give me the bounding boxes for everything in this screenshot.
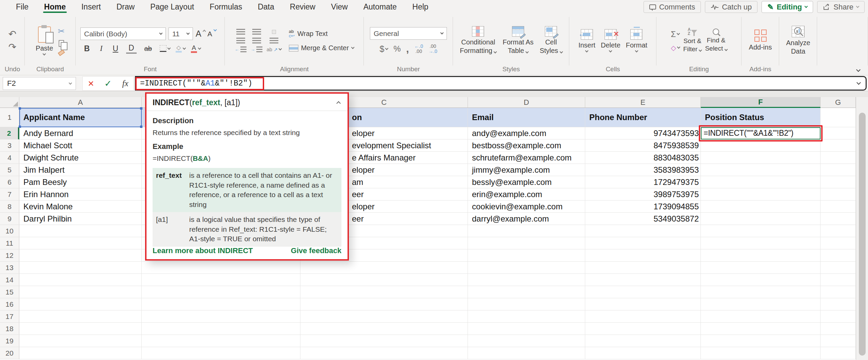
tab-home[interactable]: Home [36,0,74,14]
sort-filter-button[interactable]: AZ Sort &Filter [683,28,702,53]
cell-D10[interactable] [468,225,585,237]
comma-style-button[interactable]: , [406,46,409,52]
cell-C16[interactable] [300,298,468,310]
format-as-table-button[interactable]: Format AsTable [502,26,533,55]
cell-A20[interactable] [19,347,142,359]
scrollbar-thumb[interactable] [859,113,866,356]
cell-D3[interactable]: bestboss@example.com [468,139,585,152]
cell-F19[interactable] [701,335,821,347]
insert-function-button[interactable]: fx [122,79,129,88]
cell-E14[interactable] [585,274,701,286]
cell-G12[interactable] [821,249,856,262]
copy-button[interactable] [59,40,64,47]
column-header-D[interactable]: D [468,97,585,108]
cell-B15[interactable] [142,286,300,298]
increase-indent-button[interactable]: → [251,46,262,52]
borders-button[interactable] [160,45,170,52]
cell-D15[interactable] [468,286,585,298]
cell-G19[interactable] [821,335,856,347]
cell-A16[interactable] [19,298,142,310]
cell-A10[interactable] [19,225,142,237]
font-name-select[interactable]: Calibri (Body) [80,27,166,40]
cell-F10[interactable] [701,225,821,237]
clear-button[interactable]: ◇ [671,44,680,52]
cell-C19[interactable] [300,335,468,347]
cell-G6[interactable] [821,176,856,188]
decrease-indent-button[interactable]: ← [235,46,246,52]
cell-F17[interactable] [701,310,821,323]
cell-E5[interactable]: 3583983953 [585,164,701,176]
cell-D5[interactable]: jimmy@example.com [468,164,585,176]
cell-D13[interactable] [468,262,585,274]
cell-F15[interactable] [701,286,821,298]
conditional-formatting-button[interactable]: ConditionalFormatting [460,26,496,55]
align-left-button[interactable] [236,38,245,43]
give-feedback-link[interactable]: Give feedback [291,246,341,255]
cell-B13[interactable] [142,262,300,274]
cell-E3[interactable]: 8475938539 [585,139,701,152]
cell-F5[interactable] [701,164,821,176]
strikethrough-button[interactable]: ab [142,45,154,53]
row-header-6[interactable]: 6 [0,176,19,188]
find-select-button[interactable]: Find &Select [705,29,727,53]
cell-A7[interactable]: Erin Hannon [19,188,142,201]
cell-D2[interactable]: andy@example.com [468,127,585,139]
cell-F7[interactable] [701,188,821,201]
cell-A6[interactable]: Pam Beesly [19,176,142,188]
cell-E4[interactable]: 8830483035 [585,152,701,164]
row-header-17[interactable]: 17 [0,310,19,323]
cell-A17[interactable] [19,310,142,323]
cell-G1[interactable] [821,108,856,127]
row-header-8[interactable]: 8 [0,201,19,213]
cell-D19[interactable] [468,335,585,347]
fill-color-button[interactable]: ◇ [176,45,185,53]
cell-G3[interactable] [821,139,856,152]
row-header-2[interactable]: 2 [0,127,19,139]
cell-F12[interactable] [701,249,821,262]
expand-formula-bar-button[interactable] [856,80,861,85]
cell-F14[interactable] [701,274,821,286]
paste-button[interactable]: Paste [36,26,53,55]
tab-formulas[interactable]: Formulas [202,0,250,14]
cell-E20[interactable] [585,347,701,359]
row-header-20[interactable]: 20 [0,347,19,359]
collapse-popup-button[interactable] [336,101,341,106]
cell-A19[interactable] [19,335,142,347]
cell-F16[interactable] [701,298,821,310]
wrap-text-button[interactable]: abc↩ Wrap Text [289,29,328,38]
addins-button[interactable]: Add-ins [749,30,772,52]
cell-F1[interactable]: Position Status [701,108,821,127]
bold-button[interactable]: B [82,44,92,53]
cell-B19[interactable] [142,335,300,347]
cell-D9[interactable]: darryl@example.com [468,213,585,225]
cell-F13[interactable] [701,262,821,274]
row-header-5[interactable]: 5 [0,164,19,176]
cell-G10[interactable] [821,225,856,237]
cell-A5[interactable]: Jim Halpert [19,164,142,176]
row-header-12[interactable]: 12 [0,249,19,262]
cell-G5[interactable] [821,164,856,176]
row-header-19[interactable]: 19 [0,335,19,347]
cell-E13[interactable] [585,262,701,274]
cell-A12[interactable] [19,249,142,262]
double-underline-button[interactable]: D [126,43,137,54]
cell-F20[interactable] [701,347,821,359]
share-button[interactable]: Share [817,1,865,13]
cell-E9[interactable]: 5349035872 [585,213,701,225]
format-painter-button[interactable] [58,50,65,56]
row-header-16[interactable]: 16 [0,298,19,310]
cell-A2[interactable]: Andy Bernard [19,127,142,139]
cell-D14[interactable] [468,274,585,286]
undo-button[interactable]: ↶ [8,30,16,39]
cell-C20[interactable] [300,347,468,359]
cell-A3[interactable]: Michael Scott [19,139,142,152]
vertical-scrollbar[interactable] [856,97,868,360]
accounting-format-button[interactable]: $ [380,44,388,54]
tab-insert[interactable]: Insert [74,0,109,14]
tab-automate[interactable]: Automate [356,0,405,14]
cell-F11[interactable] [701,237,821,249]
tab-file[interactable]: File [8,0,36,14]
cell-D11[interactable] [468,237,585,249]
percent-style-button[interactable]: % [393,44,400,54]
delete-cells-button[interactable]: ✕ Delete [601,29,620,52]
